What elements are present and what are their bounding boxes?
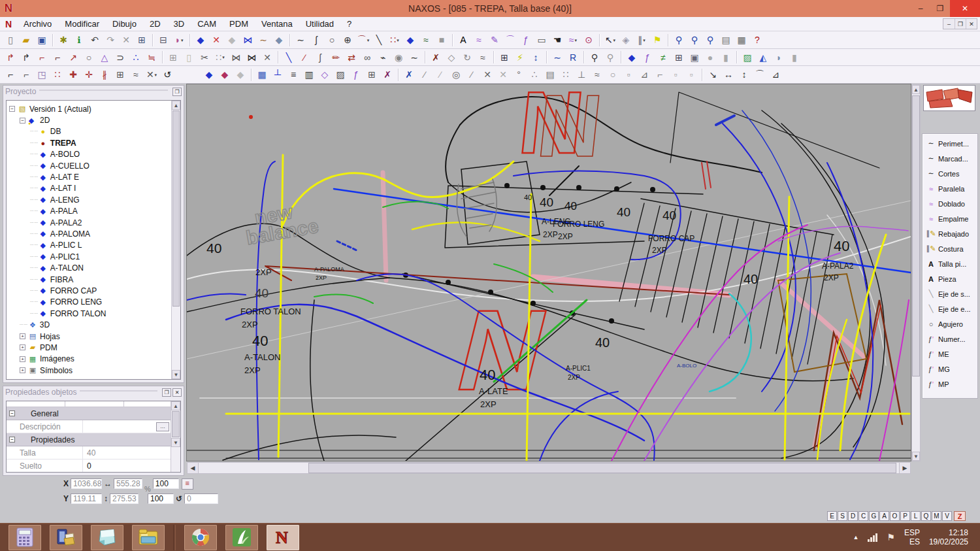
dropdown-arrow-icon[interactable]: ▾ bbox=[397, 38, 399, 42]
parallel-red-icon[interactable]: ∦ bbox=[97, 67, 112, 82]
tool-costura[interactable]: ∥✎Costura bbox=[924, 241, 977, 256]
zoom-page-icon[interactable]: ⚲ bbox=[702, 33, 718, 48]
points-diag-icon[interactable]: ∴ bbox=[527, 67, 542, 82]
circle-icon[interactable]: ○ bbox=[324, 33, 340, 48]
dropdown-arrow-icon[interactable]: ▾ bbox=[575, 38, 578, 42]
color-palette-icon[interactable]: ◗▾ bbox=[171, 33, 187, 48]
tree-item-a-lat-i[interactable]: ┈┈◆A-LAT I bbox=[9, 183, 180, 194]
tree-item-3d[interactable]: ┈┈❖3D bbox=[9, 319, 180, 330]
checkbox-image-icon[interactable]: ▣ bbox=[687, 50, 702, 65]
lasso-icon[interactable]: ○ bbox=[605, 67, 621, 82]
shoe-last-icon[interactable]: ◆ bbox=[271, 33, 287, 48]
duplicate-icon[interactable]: ⊞ bbox=[497, 50, 512, 65]
node-line1-icon[interactable]: ∕ bbox=[417, 67, 433, 82]
dropdown-arrow-icon[interactable]: ▾ bbox=[155, 73, 157, 77]
box-handle-icon[interactable]: ▫ bbox=[621, 67, 636, 82]
taskbar-icon-file-manager[interactable] bbox=[50, 525, 82, 550]
dynamite-icon[interactable]: ✏ bbox=[328, 50, 344, 65]
talla-field[interactable]: 40 bbox=[82, 446, 171, 459]
tool-eje-de-e-[interactable]: ╲Eje de e... bbox=[924, 301, 977, 316]
delete-icon[interactable]: ✕ bbox=[118, 33, 134, 48]
corner-red-icon[interactable]: ↱ bbox=[3, 50, 18, 65]
tree-item-forro-leng[interactable]: ┈┈◆FORRO LENG bbox=[9, 297, 180, 308]
delete-piece-icon[interactable]: ✕ bbox=[208, 33, 224, 48]
arc-rotate-icon[interactable]: ⌒ bbox=[752, 67, 768, 82]
tool-perimet-[interactable]: ∼Perimet... bbox=[924, 136, 977, 151]
green-cross-icon[interactable]: ≠ bbox=[655, 50, 671, 65]
arrows-diag-icon[interactable]: ↘ bbox=[705, 67, 721, 82]
tree-scrollbar[interactable]: ▲ ▼ bbox=[171, 101, 180, 379]
settings-gears-icon[interactable]: ✱ bbox=[56, 33, 71, 48]
letter-button-a[interactable]: A bbox=[879, 511, 889, 521]
text-icon[interactable]: A bbox=[455, 33, 471, 48]
diamonds-dis-icon[interactable]: ◆ bbox=[233, 67, 248, 82]
fill-gray-icon[interactable]: ■ bbox=[434, 33, 449, 48]
dropdown-arrow-icon[interactable]: ▾ bbox=[643, 38, 645, 42]
point-small-icon[interactable]: ° bbox=[511, 67, 527, 82]
pen-n-icon[interactable]: ƒ bbox=[640, 50, 655, 65]
rectangle-icon[interactable]: ▭ bbox=[534, 33, 549, 48]
diamond-pair-icon[interactable]: ◆ bbox=[624, 50, 640, 65]
clock[interactable]: 12:1819/02/2025 bbox=[929, 528, 968, 546]
scale-y-input[interactable]: 100 bbox=[148, 493, 174, 504]
minimize-button[interactable]: – bbox=[911, 0, 930, 17]
node-line3-icon[interactable]: ∕ bbox=[464, 67, 480, 82]
layers-red-icon[interactable]: Z bbox=[954, 511, 966, 521]
dropdown-arrow-icon[interactable]: ▾ bbox=[181, 38, 184, 42]
cross-red-icon[interactable]: ✚ bbox=[65, 67, 81, 82]
scroll-thumb[interactable] bbox=[172, 110, 180, 307]
taskbar-icon-notepad[interactable] bbox=[91, 525, 123, 550]
tree-item-a-cuello[interactable]: ┈┈◆A-CUELLO bbox=[9, 160, 180, 171]
zoom-light-icon[interactable]: ⚲ bbox=[602, 50, 618, 65]
arrow-wave-blue-icon[interactable]: ∼ bbox=[549, 50, 565, 65]
flat-wave-icon[interactable]: ∼ bbox=[406, 50, 422, 65]
drawing-canvas[interactable]: #cad-svg path, #cad-svg line, #cad-svg p… bbox=[186, 84, 911, 461]
rounded-cap-icon[interactable]: ⊃ bbox=[112, 50, 128, 65]
collapse-icon[interactable]: − bbox=[20, 118, 25, 124]
needle-icon[interactable]: ✗ bbox=[428, 50, 444, 65]
menu-cam[interactable]: CAM bbox=[191, 19, 223, 29]
nodes-gray-icon[interactable]: ∷▾ bbox=[212, 50, 228, 65]
child-restore-button[interactable]: ❐ bbox=[955, 19, 966, 29]
tree-item-a-plic-l[interactable]: ┈┈◆A-PLIC L bbox=[9, 240, 180, 251]
dropdown-arrow-icon[interactable]: ▾ bbox=[222, 55, 225, 59]
cursor-dd-icon[interactable]: ✕▾ bbox=[144, 67, 159, 82]
letter-button-q[interactable]: Q bbox=[921, 511, 931, 521]
scroll-thumb[interactable] bbox=[308, 463, 896, 473]
scroll-up-icon[interactable]: ▲ bbox=[171, 401, 180, 410]
restore-button[interactable]: ❐ bbox=[930, 0, 950, 17]
tree-item-hojas[interactable]: +▤Hojas bbox=[9, 331, 180, 342]
properties-panel-header[interactable]: Propiedades objetos ❐ ✕ bbox=[3, 386, 184, 398]
save-icon[interactable]: ▣ bbox=[34, 33, 50, 48]
taskbar-icon-naxos[interactable]: N bbox=[267, 525, 299, 550]
menu-utilidad[interactable]: Utilidad bbox=[299, 19, 340, 29]
wave-modify-icon[interactable]: ≈ bbox=[418, 33, 434, 48]
arrows-v-icon[interactable]: ↕ bbox=[736, 67, 752, 82]
redo-icon[interactable]: ↷ bbox=[103, 33, 118, 48]
canvas-hscrollbar[interactable]: ◀ ▶ bbox=[187, 462, 911, 474]
tool-empalme[interactable]: ≈Empalme bbox=[924, 211, 977, 226]
expand-icon[interactable]: + bbox=[20, 333, 25, 339]
pointer-icon[interactable]: ↖▾ bbox=[602, 33, 618, 48]
scroll-thumb[interactable] bbox=[172, 411, 180, 437]
page-trim-icon[interactable]: ◳ bbox=[34, 67, 50, 82]
scale-preset-icon[interactable]: ≡ bbox=[182, 478, 193, 490]
hlines-icon[interactable]: ≡ bbox=[286, 67, 301, 82]
image-insert-icon[interactable]: ▨ bbox=[740, 50, 755, 65]
letter-button-o[interactable]: O bbox=[890, 511, 900, 521]
pen-curve-icon[interactable]: ƒ bbox=[518, 33, 534, 48]
taskbar-icon-file-explorer[interactable] bbox=[132, 525, 165, 550]
disabled-blob2-icon[interactable]: ▮ bbox=[718, 50, 734, 65]
wave-nodes-icon[interactable]: ≈ bbox=[475, 50, 491, 65]
dashed-rows-icon[interactable]: ≒ bbox=[144, 50, 159, 65]
tree-item-db[interactable]: ┈┈●DB bbox=[9, 126, 180, 137]
scroll-up-icon[interactable]: ▲ bbox=[912, 85, 920, 94]
mirror-piece-icon[interactable]: ⋈ bbox=[240, 33, 255, 48]
pushpin-icon[interactable]: ✗ bbox=[401, 67, 417, 82]
layers-icon[interactable]: ⊟ bbox=[155, 33, 171, 48]
undo-icon[interactable]: ↶ bbox=[87, 33, 103, 48]
wave-dd-icon[interactable]: ≈▾ bbox=[565, 33, 581, 48]
elbow-1-icon[interactable]: ⌐ bbox=[3, 67, 18, 82]
updown-arrows-icon[interactable]: ↕ bbox=[528, 50, 544, 65]
tool-pieza[interactable]: APieza bbox=[924, 271, 977, 286]
